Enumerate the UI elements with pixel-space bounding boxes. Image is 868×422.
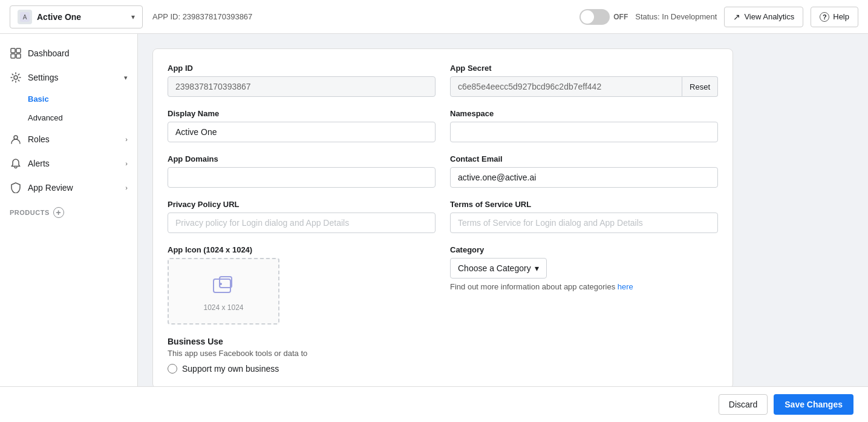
namespace-group: Namespace [450, 109, 718, 142]
svg-rect-4 [11, 54, 15, 58]
app-domains-group: App Domains [168, 154, 436, 188]
sidebar-item-settings[interactable]: Settings ▾ [0, 65, 137, 90]
help-button[interactable]: ? Help [811, 7, 858, 27]
gear-icon [10, 71, 22, 84]
grid-icon [10, 47, 22, 59]
svg-rect-8 [214, 279, 230, 292]
display-name-group: Display Name [168, 109, 436, 142]
svg-rect-3 [16, 48, 21, 53]
app-id-display: APP ID: 2398378170393867 [152, 12, 252, 21]
category-dropdown-container: Choose a Category ▾ Find out more inform… [450, 258, 718, 291]
contact-email-label: Contact Email [450, 154, 718, 163]
svg-point-7 [14, 136, 18, 139]
business-use-option: Support my own business [168, 364, 718, 374]
namespace-input[interactable] [450, 122, 718, 142]
sidebar-item-roles[interactable]: Roles › [0, 127, 137, 151]
bell-icon [10, 157, 22, 170]
business-use-section: Business Use This app uses Facebook tool… [168, 337, 718, 374]
settings-arrow-icon: ▾ [124, 74, 128, 82]
svg-rect-2 [11, 48, 15, 53]
app-icon: A [18, 10, 32, 24]
terms-of-service-input[interactable] [450, 213, 718, 233]
category-group: Category Choose a Category ▾ Find out mo… [450, 245, 718, 325]
terms-of-service-label: Terms of Service URL [450, 200, 718, 209]
products-section: PRODUCTS + [0, 200, 137, 220]
form-grid: App ID App Secret Reset Display Name [168, 64, 718, 325]
contact-email-group: Contact Email [450, 154, 718, 188]
content-area: App ID App Secret Reset Display Name [138, 34, 868, 386]
main-layout: Dashboard Settings ▾ Basic Advanced [0, 34, 868, 386]
app-review-label: App Review [28, 183, 119, 193]
sidebar-item-advanced[interactable]: Advanced [28, 108, 137, 127]
shield-icon [10, 182, 22, 194]
privacy-policy-input[interactable] [168, 213, 436, 233]
app-selector[interactable]: A Active One ▾ [10, 5, 143, 28]
app-id-group: App ID [168, 64, 436, 97]
reset-button[interactable]: Reset [682, 76, 718, 97]
category-label: Category [450, 245, 718, 254]
add-product-button[interactable]: + [53, 207, 64, 218]
terms-of-service-group: Terms of Service URL [450, 200, 718, 233]
namespace-label: Namespace [450, 109, 718, 118]
status-toggle[interactable] [579, 9, 610, 25]
top-bar-right: OFF Status: In Development ↗ View Analyt… [579, 7, 858, 27]
category-chevron-icon: ▾ [535, 263, 539, 273]
sidebar-item-alerts[interactable]: Alerts › [0, 151, 137, 176]
sidebar-item-basic[interactable]: Basic [28, 90, 137, 108]
category-button-label: Choose a Category [458, 263, 531, 273]
roles-label: Roles [28, 134, 119, 144]
privacy-policy-label: Privacy Policy URL [168, 200, 436, 209]
app-domains-input[interactable] [168, 167, 436, 188]
app-selector-name: Active One [37, 12, 126, 22]
footer-bar: Discard Save Changes [0, 386, 868, 422]
app-id-label: App ID [168, 64, 436, 73]
privacy-policy-group: Privacy Policy URL [168, 200, 436, 233]
top-bar: A Active One ▾ APP ID: 2398378170393867 … [0, 0, 868, 34]
help-icon: ? [820, 12, 829, 22]
alerts-arrow-icon: › [125, 160, 128, 167]
sidebar-item-dashboard[interactable]: Dashboard [0, 41, 137, 65]
app-secret-field: Reset [450, 76, 718, 97]
support-my-business-radio[interactable] [168, 364, 177, 374]
app-icon-size-label: 1024 x 1024 [203, 303, 243, 312]
toggle-knob [581, 10, 594, 24]
category-info: Find out more information about app cate… [450, 282, 718, 291]
person-icon [10, 133, 22, 145]
sidebar: Dashboard Settings ▾ Basic Advanced [0, 34, 138, 386]
sidebar-item-app-review[interactable]: App Review › [0, 176, 137, 200]
svg-point-6 [14, 76, 18, 79]
app-icon-upload[interactable]: 1024 x 1024 [168, 258, 279, 325]
display-name-input[interactable] [168, 122, 436, 142]
svg-rect-5 [16, 54, 21, 58]
business-use-title: Business Use [168, 337, 718, 346]
display-name-label: Display Name [168, 109, 436, 118]
settings-label: Settings [28, 73, 118, 82]
chevron-down-icon: ▾ [131, 13, 135, 21]
analytics-icon: ↗ [733, 12, 740, 22]
toggle-label: OFF [613, 13, 628, 21]
app-icon-group: App Icon (1024 x 1024) 1024 x 1024 [168, 245, 436, 325]
business-use-desc: This app uses Facebook tools or data to [168, 349, 718, 358]
roles-arrow-icon: › [125, 136, 128, 143]
view-analytics-button[interactable]: ↗ View Analytics [724, 7, 803, 27]
app-secret-group: App Secret Reset [450, 64, 718, 97]
app-review-arrow-icon: › [125, 184, 128, 191]
app-domains-label: App Domains [168, 154, 436, 163]
category-dropdown-button[interactable]: Choose a Category ▾ [450, 258, 547, 279]
dashboard-label: Dashboard [28, 48, 128, 58]
alerts-label: Alerts [28, 159, 119, 168]
save-changes-button[interactable]: Save Changes [774, 394, 853, 415]
settings-submenu: Basic Advanced [0, 90, 137, 127]
status-display: Status: In Development [635, 12, 717, 21]
category-here-link[interactable]: here [618, 282, 633, 291]
settings-card: App ID App Secret Reset Display Name [152, 48, 733, 386]
toggle-container: OFF [579, 9, 628, 25]
discard-button[interactable]: Discard [719, 394, 768, 415]
upload-placeholder-icon [209, 271, 239, 301]
app-icon-label: App Icon (1024 x 1024) [168, 245, 436, 254]
support-my-business-label: Support my own business [182, 364, 279, 374]
app-id-input [168, 76, 436, 97]
app-secret-input [450, 76, 682, 97]
contact-email-input[interactable] [450, 167, 718, 188]
svg-text:A: A [23, 14, 27, 21]
